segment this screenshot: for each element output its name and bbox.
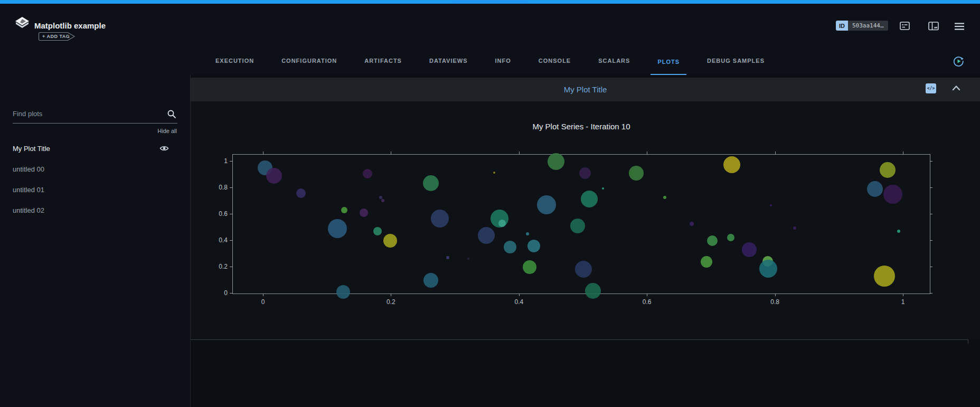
tab-artifacts[interactable]: ARTIFACTS [357,58,409,75]
x-tick-label: 0 [261,298,265,306]
scatter-point [504,241,516,253]
search-input[interactable] [13,105,161,122]
layout-panel-icon[interactable] [928,21,939,32]
scatter-point [379,196,382,199]
scatter-point [373,227,382,235]
plot-card-title: My Plot Title [564,85,607,94]
card-corner [968,339,968,344]
scatter-point [493,172,495,174]
scatter-point [363,169,372,178]
scatter-point [570,219,585,233]
scatter-point [526,232,529,235]
add-tag-button[interactable]: + ADD TAG [38,32,76,41]
scatter-point [579,167,591,179]
tab-plots[interactable]: PLOTS [651,59,686,75]
axis-tick [391,152,391,154]
tab-dataviews[interactable]: DATAVIEWS [422,58,475,75]
tab-debug-samples[interactable]: DEBUG SAMPLES [700,58,771,75]
task-id-value[interactable]: 503aa144… [848,21,888,31]
collapse-panel-icon[interactable] [950,83,962,93]
axis-tick [230,293,232,294]
scatter-point [266,168,282,184]
axis-tick [647,294,647,296]
scatter-point [629,166,644,181]
hide-all-button[interactable]: Hide all [157,128,177,134]
axis-tick [519,294,520,296]
axis-tick [263,294,263,296]
scatter-point [701,256,712,268]
card-divider [191,339,968,340]
y-tick-label: 0.6 [219,210,228,217]
scatter-point [874,266,895,287]
scatter-point [880,162,896,178]
plot-list-item[interactable]: untitled 02 [0,200,190,221]
y-tick-label: 0 [224,289,228,297]
scatter-point [727,234,734,241]
scatter-point [296,188,306,198]
embed-code-icon[interactable]: </> [926,83,936,93]
scatter-point [328,219,347,238]
plot-item-label: untitled 02 [13,206,44,214]
x-tick-label: 0.4 [514,298,523,306]
axis-tick [230,240,232,241]
tab-configuration[interactable]: CONFIGURATION [275,58,344,75]
axis-tick [775,294,776,296]
scatter-point [663,196,666,199]
plot-list-item[interactable]: untitled 01 [0,179,190,200]
y-tick-label: 0.8 [219,184,228,191]
scatter-point [581,191,598,207]
scatter-point [423,175,439,191]
menu-icon[interactable] [954,21,965,32]
scatter-point [897,230,900,233]
scatter-point [383,234,397,248]
x-tick-label: 1 [901,298,905,306]
axis-tick [775,152,776,154]
scatter-point [423,273,438,288]
detail-tabs: EXECUTIONCONFIGURATIONARTIFACTSDATAVIEWS… [0,45,980,75]
x-tick-label: 0.2 [387,298,395,306]
find-plots-field [13,105,177,124]
scatter-point [498,220,506,227]
plot-list-item[interactable]: My Plot Title [0,138,190,159]
scatter-point [467,258,469,260]
tab-execution[interactable]: EXECUTION [209,58,261,75]
axis-tick [519,152,520,154]
app-header: Matplotlib example + ADD TAG ID 503aa144… [0,4,980,45]
id-badge-label: ID [836,21,848,31]
auto-refresh-icon[interactable] [951,54,965,68]
search-icon[interactable] [167,109,176,119]
scatter-point [575,261,592,278]
scatter-point [431,210,449,228]
scatter-point [723,156,740,173]
axis-tick [230,161,232,162]
y-tick-label: 0.2 [219,263,228,270]
tab-info[interactable]: INFO [488,58,518,75]
experiment-logo-icon [14,15,31,32]
chart-title: My Plot Series - Iteration 10 [232,122,930,131]
add-tag-label: + ADD TAG [42,34,70,39]
scatter-point [446,256,449,259]
task-details-icon[interactable] [899,21,911,32]
eye-icon[interactable] [159,145,169,152]
scatter-point [537,195,556,214]
id-badge: ID 503aa144… [836,21,888,31]
scatter-point [690,222,694,226]
tab-console[interactable]: CONSOLE [532,58,578,75]
scatter-point [381,199,384,202]
plot-list-item[interactable]: untitled 00 [0,159,190,179]
scatter-point [793,226,796,230]
plot-item-label: untitled 01 [13,186,44,194]
tab-scalars[interactable]: SCALARS [591,58,637,75]
scatter-point [742,242,757,257]
scatter-point [602,187,604,190]
axis-tick [647,152,647,154]
axis-tick [903,294,903,296]
scatter-plot-area[interactable]: 00.20.40.60.8100.20.40.60.81 [232,154,930,294]
axis-tick [230,267,232,267]
scatter-point [341,207,347,213]
scatter-point [759,260,777,278]
x-tick-label: 0.6 [643,298,652,306]
scatter-point [478,227,495,244]
axis-tick [230,214,232,214]
axis-tick [930,187,932,188]
